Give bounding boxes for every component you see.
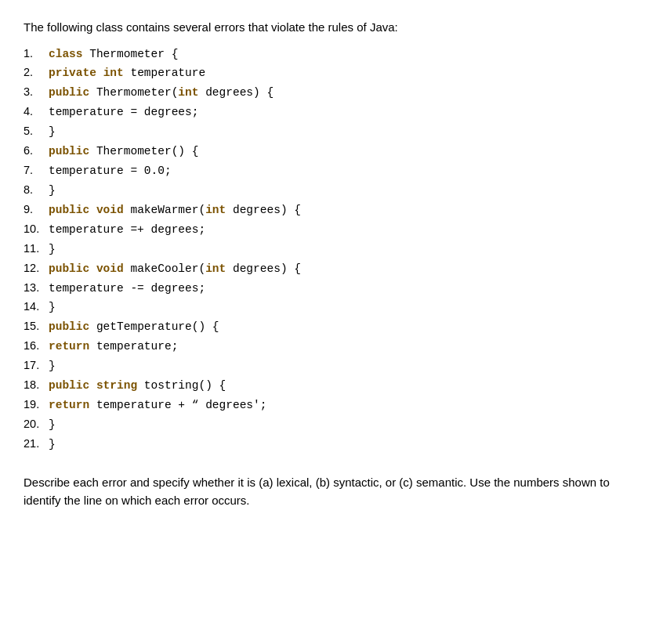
code-content-5: } [49, 123, 56, 142]
line-num-2: 2. [24, 63, 49, 82]
intro-text: The following class contains several err… [24, 19, 639, 37]
line-num-13: 13. [24, 279, 49, 298]
code-content-16: return temperature; [49, 338, 178, 356]
code-line-12: 12. public void makeCooler(int degrees) … [24, 259, 639, 279]
code-line-1: 1. class Thermometer { [24, 45, 639, 64]
line-num-20: 20. [24, 415, 49, 434]
code-content-3: public Thermometer(int degrees) { [49, 84, 274, 103]
code-line-10: 10. temperature =+ degrees; [24, 220, 639, 240]
code-content-8: } [49, 182, 56, 201]
code-content-18: public string tostring() { [49, 377, 226, 396]
line-num-12: 12. [24, 259, 49, 278]
code-content-19: return temperature + “ degrees'; [49, 396, 266, 415]
line-num-17: 17. [24, 356, 49, 375]
line-num-5: 5. [24, 122, 49, 141]
line-num-15: 15. [24, 317, 49, 336]
line-num-6: 6. [24, 142, 49, 161]
code-content-1: class Thermometer { [49, 45, 178, 64]
code-content-10: temperature =+ degrees; [49, 221, 205, 240]
code-line-16: 16. return temperature; [24, 337, 639, 356]
code-content-17: } [49, 357, 56, 376]
footer-text: Describe each error and specify whether … [24, 473, 639, 510]
line-num-10: 10. [24, 220, 49, 239]
code-content-21: } [49, 436, 56, 454]
code-line-20: 20. } [24, 415, 639, 435]
line-num-9: 9. [24, 201, 49, 219]
code-content-12: public void makeCooler(int degrees) { [49, 260, 301, 279]
line-num-21: 21. [24, 435, 49, 454]
code-line-6: 6. public Thermometer() { [24, 142, 639, 161]
code-line-5: 5. } [24, 122, 639, 142]
code-line-3: 3. public Thermometer(int degrees) { [24, 83, 639, 103]
code-line-13: 13. temperature -= degrees; [24, 279, 639, 298]
code-line-14: 14. } [24, 298, 639, 317]
line-num-4: 4. [24, 103, 49, 121]
code-line-7: 7. temperature = 0.0; [24, 161, 639, 181]
code-content-11: } [49, 241, 56, 259]
code-line-2: 2. private int temperature [24, 63, 639, 83]
code-line-9: 9. public void makeWarmer(int degrees) { [24, 201, 639, 220]
line-num-19: 19. [24, 396, 49, 414]
line-num-1: 1. [24, 45, 49, 63]
line-num-7: 7. [24, 161, 49, 180]
code-block: 1. class Thermometer { 2. private int te… [24, 45, 639, 454]
line-num-16: 16. [24, 337, 49, 356]
code-content-7: temperature = 0.0; [49, 162, 172, 181]
code-content-14: } [49, 298, 56, 317]
code-content-4: temperature = degrees; [49, 103, 198, 122]
code-content-6: public Thermometer() { [49, 143, 198, 161]
code-line-19: 19. return temperature + “ degrees'; [24, 396, 639, 415]
line-num-14: 14. [24, 298, 49, 317]
code-line-17: 17. } [24, 356, 639, 376]
code-content-15: public getTemperature() { [49, 318, 219, 337]
code-content-2: private int temperature [49, 64, 205, 83]
code-line-11: 11. } [24, 240, 639, 259]
line-num-18: 18. [24, 376, 49, 395]
code-line-15: 15. public getTemperature() { [24, 317, 639, 337]
line-num-8: 8. [24, 181, 49, 200]
code-content-9: public void makeWarmer(int degrees) { [49, 201, 301, 220]
code-line-4: 4. temperature = degrees; [24, 103, 639, 122]
code-line-8: 8. } [24, 181, 639, 201]
code-line-18: 18. public string tostring() { [24, 376, 639, 396]
code-content-13: temperature -= degrees; [49, 280, 205, 298]
line-num-3: 3. [24, 83, 49, 102]
code-content-20: } [49, 416, 56, 435]
line-num-11: 11. [24, 240, 49, 259]
code-line-21: 21. } [24, 435, 639, 454]
